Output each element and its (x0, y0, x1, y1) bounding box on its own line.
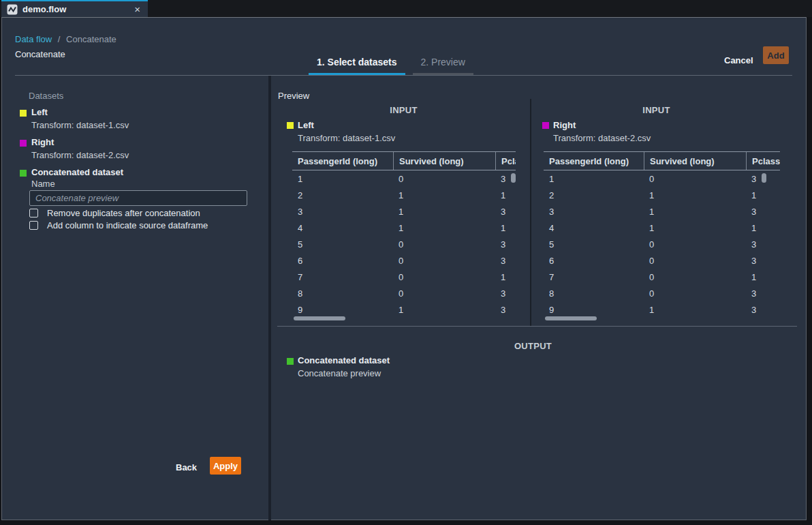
table-cell: 1 (292, 174, 393, 184)
add-button[interactable]: Add (763, 46, 789, 64)
concatenated-dataset-color-swatch (287, 358, 294, 365)
add-source-column-label: Add column to indicate source dataframe (47, 220, 208, 230)
remove-duplicates-label: Remove duplicates after concatenation (47, 208, 200, 218)
header-divider (15, 75, 792, 76)
table-cell: 7 (544, 272, 644, 282)
column-header: Pclass (long) (746, 152, 780, 170)
vertical-scrollbar[interactable] (511, 173, 516, 183)
output-section-divider (277, 326, 797, 327)
tab-preview[interactable]: 2. Preview (413, 57, 473, 75)
left-dataset-sub: Transform: dataset-1.csv (298, 133, 395, 143)
tab-demo-flow[interactable]: demo.flow × (1, 0, 148, 17)
table-row: 603 (292, 252, 516, 269)
table-cell: 3 (495, 207, 516, 217)
table-row: 913 (544, 301, 780, 318)
right-dataset-color-swatch (20, 140, 27, 147)
name-field-label: Name (31, 179, 55, 189)
horizontal-scrollbar[interactable] (294, 316, 345, 320)
right-dataset-name: Right (553, 120, 576, 130)
input-panel-left: INPUT Left Transform: dataset-1.csv Pass… (277, 100, 530, 326)
table-row: 103 (292, 170, 516, 187)
input-section-label: INPUT (277, 105, 530, 115)
column-header: PassengerId (long) (544, 152, 644, 170)
tab-bar: demo.flow × (0, 0, 812, 17)
table-cell: 1 (644, 223, 746, 233)
table-row: 503 (544, 236, 780, 252)
add-source-column-checkbox[interactable] (29, 221, 38, 230)
table-row: 313 (544, 203, 780, 220)
table-cell: 0 (644, 174, 746, 184)
table-cell: 2 (544, 190, 644, 200)
left-data-table: PassengerId (long) Survived (long) Pclas… (292, 151, 516, 318)
page-title: Concatenate (15, 49, 65, 59)
table-row: 701 (292, 269, 516, 285)
table-row: 211 (292, 187, 516, 203)
table-row: 313 (292, 203, 516, 220)
table-cell: 3 (746, 305, 780, 315)
table-cell: 0 (644, 256, 746, 266)
column-header: Pclass (long) (495, 152, 516, 170)
table-cell: 3 (746, 207, 780, 217)
datasets-heading: Datasets (29, 91, 63, 101)
column-header: Survived (long) (644, 152, 746, 170)
table-cell: 6 (544, 256, 644, 266)
dataset-name-input[interactable] (29, 190, 247, 206)
column-header: PassengerId (long) (292, 152, 393, 170)
table-cell: 1 (495, 190, 516, 200)
table-row: 803 (292, 285, 516, 301)
column-header: Survived (long) (393, 152, 495, 170)
sidebar-item-left-sub: Transform: dataset-1.csv (31, 120, 129, 130)
tab-select-datasets[interactable]: 1. Select datasets (309, 57, 405, 75)
table-cell: 3 (495, 239, 516, 250)
table-row: 211 (544, 187, 780, 203)
table-cell: 5 (544, 239, 644, 250)
table-row: 701 (544, 269, 780, 285)
table-cell: 1 (495, 272, 516, 282)
right-data-table: PassengerId (long) Survived (long) Pclas… (544, 151, 780, 318)
output-dataset-name: Concatenated dataset (298, 355, 390, 365)
app-window: demo.flow × Data flow / Concatenate Conc… (0, 0, 812, 525)
tab-title: demo.flow (22, 4, 132, 14)
table-cell: 0 (393, 272, 495, 282)
table-row: 913 (292, 301, 516, 318)
table-cell: 8 (544, 288, 644, 299)
breadcrumb-data-flow-link[interactable]: Data flow (15, 34, 52, 44)
table-cell: 3 (495, 256, 516, 266)
close-icon[interactable]: × (132, 4, 142, 14)
table-row: 411 (292, 220, 516, 236)
right-dataset-color-swatch (542, 122, 549, 129)
table-cell: 1 (746, 272, 780, 282)
table-cell: 6 (292, 256, 393, 266)
flow-icon (7, 4, 18, 15)
back-button[interactable]: Back (170, 458, 202, 477)
output-dataset-sub: Concatenate preview (298, 368, 381, 378)
table-cell: 1 (393, 207, 495, 217)
input-panels-divider (530, 99, 531, 326)
table-cell: 4 (292, 223, 393, 233)
horizontal-scrollbar[interactable] (545, 316, 597, 320)
table-cell: 3 (292, 207, 393, 217)
table-cell: 0 (393, 288, 495, 299)
table-cell: 0 (393, 239, 495, 250)
output-section-label: OUTPUT (271, 341, 795, 351)
vertical-scrollbar[interactable] (762, 173, 766, 183)
input-section-label: INPUT (533, 105, 780, 115)
breadcrumb-separator: / (58, 34, 61, 44)
table-cell: 1 (644, 305, 746, 315)
table-header-row: PassengerId (long) Survived (long) Pclas… (292, 151, 516, 170)
table-cell: 1 (495, 223, 516, 233)
table-row: 103 (544, 170, 780, 187)
table-header-row: PassengerId (long) Survived (long) Pclas… (544, 151, 780, 170)
table-cell: 9 (292, 305, 393, 315)
table-cell: 3 (495, 288, 516, 299)
sidebar-item-right-sub: Transform: dataset-2.csv (31, 150, 129, 160)
table-cell: 9 (544, 305, 644, 315)
table-body: 103211313411503603701803913 (292, 170, 516, 318)
remove-duplicates-checkbox[interactable] (29, 209, 38, 217)
sidebar-item-left-label: Left (31, 107, 48, 117)
apply-button[interactable]: Apply (210, 457, 241, 475)
cancel-button[interactable]: Cancel (719, 51, 759, 70)
input-panel-right: INPUT Right Transform: dataset-2.csv Pas… (533, 100, 780, 326)
table-cell: 0 (644, 288, 746, 299)
table-cell: 7 (292, 272, 393, 282)
